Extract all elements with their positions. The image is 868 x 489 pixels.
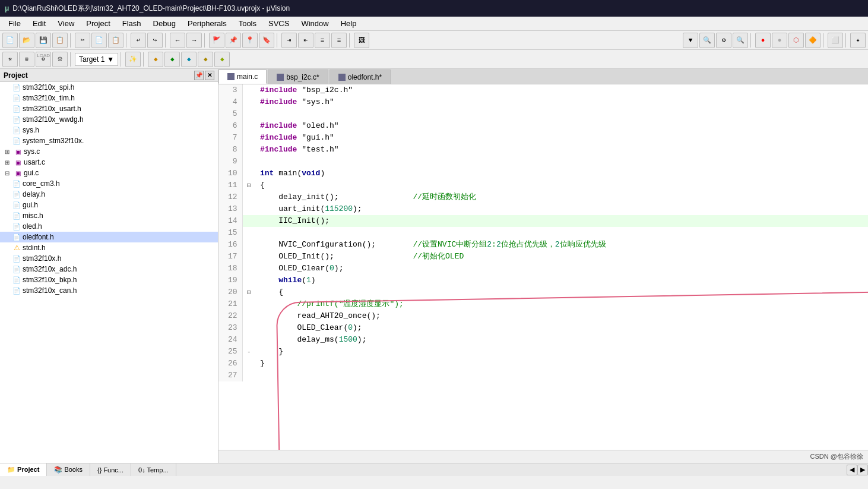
tab-bspi2c[interactable]: bsp_i2c.c*	[268, 70, 328, 84]
dropdown-btn[interactable]: ▼	[683, 33, 698, 48]
title-text: D:\QianRuShi\OLED系列\stm32_AHT20_OLED-mai…	[12, 4, 290, 14]
align-btn[interactable]: ≡	[315, 33, 330, 48]
load-btn[interactable]: LOAD ⚙	[36, 52, 51, 67]
tree-item-sys-h[interactable]: 📄 sys.h	[0, 125, 218, 135]
tab-mainc[interactable]: main.c	[218, 70, 267, 84]
expand-icon: ⊞	[2, 147, 12, 156]
file-icon: 📄	[12, 275, 21, 285]
bottom-tab-project[interactable]: 📁 Project	[0, 463, 47, 476]
sidebar-actions: 📌 ✕	[194, 71, 214, 80]
tab-oledfont[interactable]: oledfont.h*	[330, 70, 391, 84]
tree-item-tim[interactable]: 📄 stm32f10x_tim.h	[0, 93, 218, 103]
code-table: 3#include "bsp_i2c.h"4#include "sys.h"5 …	[218, 84, 868, 381]
bottom-tab-temp[interactable]: 0↓ Temp...	[131, 463, 176, 476]
search-btn[interactable]: 🔍	[733, 33, 748, 48]
settings-btn[interactable]: ⚙	[716, 33, 731, 48]
cut-btn[interactable]: ✂	[75, 33, 90, 48]
folder-icon: ▣	[13, 147, 23, 156]
tree-item-can[interactable]: 📄 stm32f10x_can.h	[0, 285, 218, 296]
menu-help[interactable]: Help	[335, 18, 363, 29]
code-line-6: 6#include "oled.h"	[218, 120, 868, 132]
scroll-right-btn[interactable]: ▶	[857, 465, 868, 475]
tree-item-misc[interactable]: 📄 misc.h	[0, 210, 218, 221]
bookmark3-btn[interactable]: 📍	[242, 33, 258, 48]
undo-btn[interactable]: ↩	[131, 33, 146, 48]
new-btn[interactable]: 📄	[2, 33, 18, 48]
sep5	[277, 33, 279, 48]
tree-item-oledfont[interactable]: 📄 oledfont.h	[0, 232, 218, 242]
bookmark-btn[interactable]: 🚩	[209, 33, 224, 48]
record-white[interactable]: ●	[772, 33, 787, 48]
tree-item-wwdg[interactable]: 📄 stm32f10x_wwdg.h	[0, 114, 218, 125]
dbg4-btn[interactable]: ◆	[198, 52, 213, 67]
code-line-16: 16 NVIC_Configuration(); //设置NVIC中断分组2:2…	[218, 239, 868, 251]
code-line-9: 9	[218, 156, 868, 168]
tab-icon-oledfont	[338, 74, 346, 81]
pin-btn[interactable]: 📌	[194, 71, 204, 80]
menu-edit[interactable]: Edit	[27, 18, 52, 29]
view-btn[interactable]: 🖼	[354, 33, 369, 48]
bookmark2-btn[interactable]: 📌	[226, 33, 241, 48]
indent-btn[interactable]: ⇥	[281, 33, 297, 48]
sep1	[70, 33, 72, 48]
status-bar: CSDN @包谷徐徐	[218, 450, 868, 463]
code-editor[interactable]: 3#include "bsp_i2c.h"4#include "sys.h"5 …	[218, 84, 868, 450]
paste-btn[interactable]: 📋	[108, 33, 123, 48]
menu-debug[interactable]: Debug	[147, 18, 182, 29]
dbg5-btn[interactable]: ◆	[214, 52, 230, 67]
scroll-left-btn[interactable]: ◀	[847, 465, 857, 475]
dbg3-btn[interactable]: ◆	[181, 52, 197, 67]
tree-item-oledh[interactable]: 📄 oled.h	[0, 221, 218, 232]
save-all-btn[interactable]: 📋	[52, 33, 68, 48]
magic-btn[interactable]: ✨	[125, 52, 141, 67]
dbg2-btn[interactable]: ◆	[164, 52, 180, 67]
tree-item-guih[interactable]: 📄 gui.h	[0, 200, 218, 210]
tree-item-bkp[interactable]: 📄 stm32f10x_bkp.h	[0, 275, 218, 285]
dbg1-btn[interactable]: ◆	[148, 52, 163, 67]
tree-item-usartc[interactable]: ⊞ ▣ usart.c	[0, 157, 218, 168]
menu-project[interactable]: Project	[80, 18, 116, 29]
tree-item-stm32f10x[interactable]: 📄 stm32f10x.h	[0, 253, 218, 264]
menu-tools[interactable]: Tools	[233, 18, 262, 29]
open-btn[interactable]: 📂	[19, 33, 34, 48]
extra-btn[interactable]: ✦	[850, 33, 866, 48]
align2-btn[interactable]: ≡	[331, 33, 347, 48]
menu-svcs[interactable]: SVCS	[262, 18, 295, 29]
inspect-btn[interactable]: 🔍	[699, 33, 715, 48]
menu-flash[interactable]: Flash	[116, 18, 147, 29]
stop-btn[interactable]: ⬡	[788, 33, 804, 48]
close-sidebar-btn[interactable]: ✕	[205, 71, 214, 80]
bottom-tab-func[interactable]: {} Func...	[90, 463, 131, 476]
tree-item-adc[interactable]: 📄 stm32f10x_adc.h	[0, 264, 218, 275]
bottom-tab-books[interactable]: 📚 Books	[47, 463, 90, 476]
tree-item-guic[interactable]: ⊟ ▣ gui.c	[0, 168, 218, 178]
unindent-btn[interactable]: ⇤	[298, 33, 313, 48]
tree-item-system[interactable]: 📄 system_stm32f10x.	[0, 135, 218, 146]
redo-btn[interactable]: ↪	[147, 33, 163, 48]
build-btn[interactable]: ⚒	[2, 52, 18, 67]
back-btn[interactable]: ←	[170, 33, 185, 48]
tree-item-stdint[interactable]: ⚠ stdint.h	[0, 242, 218, 253]
batch-btn[interactable]: ⊞	[19, 52, 34, 67]
csdn-watermark: CSDN @包谷徐徐	[810, 452, 863, 461]
sep7	[750, 33, 753, 48]
tree-item-spi[interactable]: 📄 stm32f10x_spi.h	[0, 82, 218, 93]
menu-file[interactable]: File	[2, 18, 27, 29]
fwd-btn[interactable]: →	[186, 33, 202, 48]
record-red[interactable]: ●	[755, 33, 771, 48]
tree-item-core[interactable]: 📄 core_cm3.h	[0, 178, 218, 189]
save-btn[interactable]: 💾	[36, 33, 51, 48]
bookmark4-btn[interactable]: 🔖	[259, 33, 274, 48]
tree-item-usart[interactable]: 📄 stm32f10x_usart.h	[0, 103, 218, 114]
config-btn[interactable]: ⛭	[52, 52, 68, 67]
copy-btn[interactable]: 📄	[91, 33, 107, 48]
tsep1	[70, 52, 72, 67]
layout-btn[interactable]: ⬜	[828, 33, 843, 48]
target-selector[interactable]: Target 1 ▼	[75, 53, 118, 66]
menu-peripherals[interactable]: Peripherals	[182, 18, 233, 29]
tree-item-delay[interactable]: 📄 delay.h	[0, 189, 218, 200]
tree-item-sysc[interactable]: ⊞ ▣ sys.c	[0, 146, 218, 157]
menu-view[interactable]: View	[52, 18, 80, 29]
more-btn[interactable]: 🔶	[805, 33, 821, 48]
menu-window[interactable]: Window	[295, 18, 334, 29]
